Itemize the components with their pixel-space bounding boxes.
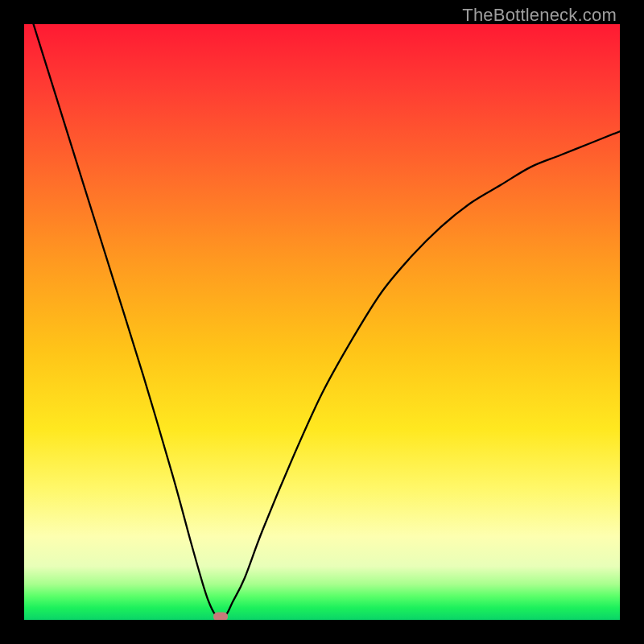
watermark-label: TheBottleneck.com: [462, 5, 617, 26]
plot-area: [24, 24, 620, 620]
bottleneck-curve: [24, 24, 620, 620]
chart-frame: TheBottleneck.com: [0, 0, 644, 644]
minimum-marker-icon: [213, 613, 228, 620]
